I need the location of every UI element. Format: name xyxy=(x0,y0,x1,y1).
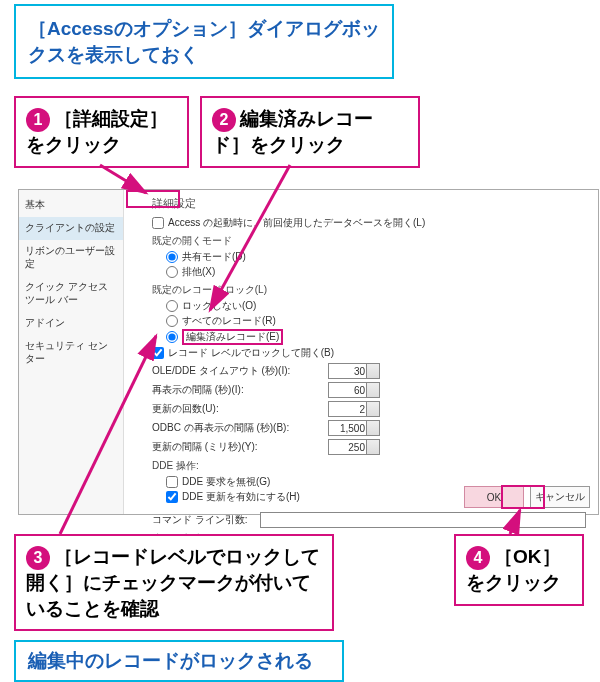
field-update-count-label: 更新の回数(U): xyxy=(152,402,322,416)
radio-shared-mode[interactable]: 共有モード(D) xyxy=(166,250,586,264)
field-update-count-value[interactable]: 2 xyxy=(328,401,380,417)
radio-shared-mode-input[interactable] xyxy=(166,251,178,263)
field-update-ms: 更新の間隔 (ミリ秒)(Y): 250 xyxy=(152,439,586,455)
callout-top-text: ［Accessのオプション］ダイアログボックスを表示しておく xyxy=(28,18,380,65)
panel-title: 詳細設定 xyxy=(152,196,586,215)
sidebar-item-qat[interactable]: クイック アクセス ツール バー xyxy=(19,276,123,312)
field-cmdline-label: コマンド ライン引数: xyxy=(152,513,252,527)
field-update-ms-value[interactable]: 250 xyxy=(328,439,380,455)
sidebar-item-addins[interactable]: アドイン xyxy=(19,312,123,335)
ok-button[interactable]: OK xyxy=(464,486,524,508)
group-open-mode: 既定の開くモード xyxy=(152,234,586,248)
radio-lock-edited-label: 編集済みレコード(E) xyxy=(182,329,283,345)
callout-3: 3［レコードレベルでロックして開く］にチェックマークが付いていることを確認 xyxy=(14,534,334,631)
checkbox-dde-ignore-label: DDE 要求を無視(G) xyxy=(182,475,270,489)
radio-exclusive-mode-label: 排他(X) xyxy=(182,265,215,279)
checkbox-record-level-lock-input[interactable] xyxy=(152,347,164,359)
radio-lock-edited[interactable]: 編集済みレコード(E) xyxy=(166,329,586,345)
radio-exclusive-mode[interactable]: 排他(X) xyxy=(166,265,586,279)
callout-3-text: ［レコードレベルでロックして開く］にチェックマークが付いていることを確認 xyxy=(26,546,320,619)
callout-2: 2編集済みレコード］をクリック xyxy=(200,96,420,168)
checkbox-dde-ignore-input[interactable] xyxy=(166,476,178,488)
field-redisplay-label: 再表示の間隔 (秒)(I): xyxy=(152,383,322,397)
callout-1-number: 1 xyxy=(26,108,50,132)
sidebar-item-client-settings[interactable]: クライアントの設定 xyxy=(19,217,123,240)
field-odbc: ODBC の再表示の間隔 (秒)(B): 1,500 xyxy=(152,420,586,436)
radio-lock-all-label: すべてのレコード(R) xyxy=(182,314,276,328)
sidebar-item-ribbon[interactable]: リボンのユーザー設定 xyxy=(19,240,123,276)
group-record-lock: 既定のレコード ロック(L) xyxy=(152,283,586,297)
dialog-sidebar: 基本 クライアントの設定 リボンのユーザー設定 クイック アクセス ツール バー… xyxy=(19,190,124,514)
radio-lock-none[interactable]: ロックしない(O) xyxy=(166,299,586,313)
checkbox-record-level-lock-label: レコード レベルでロックして開く(B) xyxy=(168,346,334,360)
field-update-ms-label: 更新の間隔 (ミリ秒)(Y): xyxy=(152,440,322,454)
callout-top: ［Accessのオプション］ダイアログボックスを表示しておく xyxy=(14,4,394,79)
callout-3-number: 3 xyxy=(26,546,50,570)
radio-lock-edited-input[interactable] xyxy=(166,331,178,343)
group-dde: DDE 操作: xyxy=(152,459,586,473)
checkbox-open-last-db-label: Access の起動時に、前回使用したデータベースを開く(L) xyxy=(168,216,425,230)
cancel-button[interactable]: キャンセル xyxy=(530,486,590,508)
checkbox-dde-enable-label: DDE 更新を有効にする(H) xyxy=(182,490,300,504)
callout-4: 4［OK］をクリック xyxy=(454,534,584,606)
callout-1: 1［詳細設定］をクリック xyxy=(14,96,189,168)
field-cmdline-input[interactable] xyxy=(260,512,586,528)
field-ole-timeout-label: OLE/DDE タイムアウト (秒)(I): xyxy=(152,364,322,378)
field-odbc-label: ODBC の再表示の間隔 (秒)(B): xyxy=(152,421,322,435)
radio-shared-mode-label: 共有モード(D) xyxy=(182,250,246,264)
radio-lock-all[interactable]: すべてのレコード(R) xyxy=(166,314,586,328)
checkbox-record-level-lock[interactable]: レコード レベルでロックして開く(B) xyxy=(152,346,586,360)
checkbox-open-last-db[interactable]: Access の起動時に、前回使用したデータベースを開く(L) xyxy=(152,216,586,230)
field-update-count: 更新の回数(U): 2 xyxy=(152,401,586,417)
field-redisplay: 再表示の間隔 (秒)(I): 60 xyxy=(152,382,586,398)
dialog-button-bar: OK キャンセル xyxy=(464,486,590,508)
radio-lock-all-input[interactable] xyxy=(166,315,178,327)
callout-bottom: 編集中のレコードがロックされる xyxy=(14,640,344,682)
callout-4-number: 4 xyxy=(466,546,490,570)
callout-bottom-text: 編集中のレコードがロックされる xyxy=(28,650,313,671)
checkbox-open-last-db-input[interactable] xyxy=(152,217,164,229)
radio-lock-none-input[interactable] xyxy=(166,300,178,312)
radio-lock-none-label: ロックしない(O) xyxy=(182,299,256,313)
radio-exclusive-mode-input[interactable] xyxy=(166,266,178,278)
field-odbc-value[interactable]: 1,500 xyxy=(328,420,380,436)
field-redisplay-value[interactable]: 60 xyxy=(328,382,380,398)
sidebar-item-security[interactable]: セキュリティ センター xyxy=(19,335,123,371)
field-ole-timeout-value[interactable]: 30 xyxy=(328,363,380,379)
field-cmdline: コマンド ライン引数: xyxy=(152,512,586,528)
sidebar-item-general[interactable]: 基本 xyxy=(19,194,123,217)
callout-2-number: 2 xyxy=(212,108,236,132)
callout-2-text: 編集済みレコード］をクリック xyxy=(212,108,373,155)
access-options-dialog: 基本 クライアントの設定 リボンのユーザー設定 クイック アクセス ツール バー… xyxy=(18,189,599,515)
dialog-panel: 詳細設定 Access の起動時に、前回使用したデータベースを開く(L) 既定の… xyxy=(124,190,598,514)
field-ole-timeout: OLE/DDE タイムアウト (秒)(I): 30 xyxy=(152,363,586,379)
checkbox-dde-enable-input[interactable] xyxy=(166,491,178,503)
